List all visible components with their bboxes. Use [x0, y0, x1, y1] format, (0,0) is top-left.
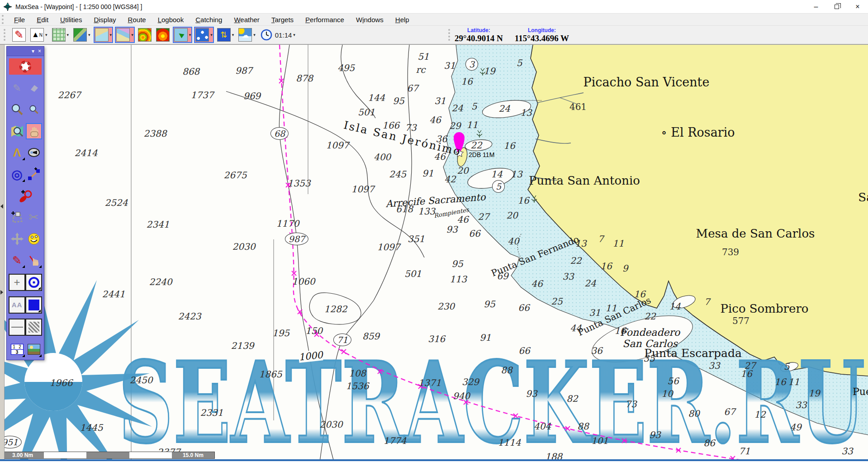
menu-edit[interactable]: Edit — [31, 14, 54, 25]
line-style-button[interactable] — [9, 319, 25, 336]
track-smiley-button[interactable] — [26, 231, 42, 247]
chevron-down-icon[interactable]: ▾ — [131, 33, 133, 37]
palette-title-bar[interactable]: ▾ × — [7, 47, 44, 56]
erase-disabled-button[interactable] — [26, 80, 42, 96]
menu-logbook[interactable]: Logbook — [152, 14, 190, 25]
zoom-in-button[interactable] — [9, 101, 25, 118]
window-bottom-edge — [0, 459, 868, 461]
boat-position-button[interactable]: ►▾ — [173, 27, 193, 43]
close-button[interactable]: × — [847, 0, 868, 13]
picture-icon — [28, 344, 40, 355]
background-image-button[interactable] — [26, 341, 42, 357]
draw-tool-button[interactable]: ✎ — [11, 27, 27, 43]
menu-file[interactable]: File — [8, 14, 31, 25]
layout-icon: 123 — [11, 344, 24, 355]
menu-utilities[interactable]: Utilities — [54, 14, 88, 25]
pen-icon: ✎ — [12, 28, 26, 42]
chart-canvas[interactable]: SEATRACKER.RU 86898787849517379692267144… — [5, 45, 868, 461]
grid-display-button[interactable]: ▾ — [51, 27, 71, 43]
chevron-down-icon[interactable]: ▾ — [67, 33, 69, 37]
mark-tool-button[interactable] — [17, 188, 33, 204]
zoom-out-button[interactable] — [26, 101, 42, 118]
chart-area: SEATRACKER.RU 86898787849517379692267144… — [0, 44, 868, 461]
draw-pencil-button[interactable]: ✎ — [9, 252, 25, 268]
longitude-label: Longitude: — [515, 27, 569, 33]
clock-button[interactable]: 01:14 ▾ — [261, 29, 295, 41]
menu-targets[interactable]: Targets — [266, 14, 299, 25]
latitude-label: Latitude: — [455, 27, 503, 33]
menu-catching[interactable]: Catching — [190, 14, 228, 25]
menu-performance[interactable]: Performance — [299, 14, 350, 25]
menu-grip[interactable] — [2, 15, 5, 24]
restore-icon — [835, 5, 839, 9]
crosshair-icon: + — [14, 276, 20, 289]
chevron-down-icon[interactable]: ▾ — [232, 33, 234, 37]
window-layout-button[interactable]: 123 — [9, 341, 25, 357]
fill-color-button[interactable] — [25, 296, 42, 314]
weather-data-button[interactable]: ☁▾ — [237, 27, 257, 43]
cut-tool-button[interactable]: ✂ — [26, 209, 42, 225]
symbol-crosshair-button[interactable]: + — [9, 274, 25, 291]
north-icon: ▲N — [30, 28, 44, 42]
compass-bearing-button[interactable] — [26, 144, 42, 161]
rings-icon: ◎ — [11, 167, 22, 182]
dividers-button[interactable]: Λ — [9, 144, 25, 161]
splitter-arrow-icon[interactable] — [0, 204, 3, 209]
chevron-down-icon[interactable]: ▾ — [45, 33, 47, 37]
hatch-style-button[interactable] — [25, 319, 42, 336]
man-overboard-button[interactable] — [9, 58, 42, 75]
text-tool-button[interactable]: AA — [9, 296, 25, 314]
color-swatch — [28, 300, 39, 310]
finger-select-button[interactable] — [26, 252, 42, 268]
orientation-north-button[interactable]: ▲N▾ — [29, 27, 49, 43]
grid-icon — [52, 28, 66, 42]
menu-route[interactable]: Route — [122, 14, 152, 25]
scale-segment: 15.0 Nm — [172, 452, 214, 458]
scale-right-label: 15.0 Nm — [183, 452, 204, 458]
toolbar-grip[interactable] — [4, 29, 6, 41]
menu-weather[interactable]: Weather — [228, 14, 265, 25]
chevron-down-icon[interactable]: ▾ — [253, 33, 256, 37]
zoom-window-button[interactable] — [9, 123, 25, 139]
chevron-down-icon[interactable]: ▾ — [293, 33, 295, 37]
scissors-icon: ✂ — [29, 210, 39, 224]
menu-display[interactable]: Display — [88, 14, 122, 25]
pencil-icon: ✎ — [12, 254, 22, 267]
minimize-button[interactable]: – — [806, 0, 826, 13]
pen-icon: ✎ — [13, 82, 21, 94]
splitter-arrow-icon[interactable] — [0, 290, 3, 295]
chart-raster-button[interactable]: ▾ — [94, 27, 114, 43]
chart-3d-button[interactable]: ▾ — [115, 27, 135, 43]
pointing-finger-icon — [28, 254, 40, 266]
menu-bar: FileEditUtilitiesDisplayRouteLogbookCatc… — [0, 14, 868, 26]
draw-disabled-button[interactable]: ✎ — [9, 80, 25, 96]
maxsea-logo-icon — [4, 3, 12, 11]
menu-help[interactable]: Help — [389, 14, 415, 25]
tides-button[interactable]: ⇅▾ — [216, 27, 236, 43]
chevron-down-icon[interactable]: ▾ — [32, 48, 34, 54]
menu-windows[interactable]: Windows — [350, 14, 389, 25]
close-icon[interactable]: × — [38, 48, 41, 54]
chevron-down-icon[interactable]: ▾ — [210, 33, 213, 37]
thermal-icon — [156, 28, 170, 42]
eraser-icon — [29, 84, 39, 92]
sst-thermal-button[interactable] — [155, 27, 171, 43]
bathy-contours-button[interactable] — [137, 27, 153, 43]
scale-bar: 3.00 Nm 15.0 Nm — [5, 452, 215, 459]
window-title: MaxSea - [Waypoint] - [ 1:250 000 [WGS84… — [15, 3, 142, 10]
chart-world-button[interactable]: ▾ — [72, 27, 92, 43]
symbol-circle-button[interactable] — [25, 274, 42, 291]
pan-hand-button[interactable] — [26, 123, 42, 139]
restore-button[interactable] — [826, 0, 847, 13]
latitude-value: 29°40.9014 N — [455, 33, 503, 43]
chevron-down-icon[interactable]: ▾ — [110, 33, 112, 37]
polygon-tool-button[interactable] — [9, 209, 25, 225]
move-tool-button[interactable] — [9, 231, 25, 247]
splitter-strip[interactable] — [0, 45, 5, 461]
chevron-down-icon[interactable]: ▾ — [88, 33, 90, 37]
toolbar-grip[interactable] — [448, 29, 451, 41]
route-tool-button[interactable] — [26, 166, 42, 182]
route-waypoints-button[interactable]: ▾ — [194, 27, 214, 43]
chevron-down-icon[interactable]: ▾ — [189, 33, 191, 37]
range-rings-button[interactable]: ◎ — [9, 166, 25, 182]
